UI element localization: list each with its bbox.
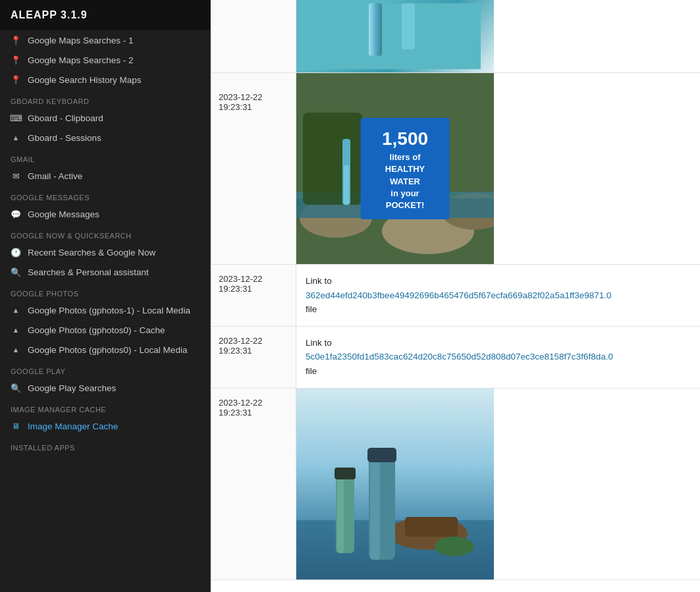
messages-label: GOOGLE MESSAGES [0, 186, 210, 204]
svg-rect-12 [344, 165, 349, 205]
svg-rect-3 [402, 3, 415, 49]
sidebar-section-installed-apps: INSTALLED APPS [0, 436, 210, 454]
row-timestamp: 2023-12-2219:23:31 [211, 389, 296, 579]
pin-icon [11, 55, 21, 65]
table-row: 2023-12-2219:23:31 Link to 5c0e1fa2350fd… [211, 327, 700, 389]
sidebar-section-messages: GOOGLE MESSAGES Google Messages [0, 186, 210, 224]
sidebar-item-gphotos0-cache[interactable]: Google Photos (gphotos0) - Cache [0, 320, 210, 340]
pin-icon [11, 35, 21, 45]
keyboard-icon [11, 113, 21, 123]
svg-rect-0 [310, 3, 481, 69]
sidebar-item-google-play-searches[interactable]: Google Play Searches [0, 378, 210, 398]
sidebar-section-google-photos: GOOGLE PHOTOS Google Photos (gphotos-1) … [0, 282, 210, 360]
sidebar-section-google-play: GOOGLE PLAY Google Play Searches [0, 360, 210, 398]
svg-rect-20 [367, 448, 396, 462]
svg-rect-10 [303, 113, 362, 205]
message-icon [11, 209, 21, 219]
row-timestamp: 2023-12-2219:23:31 [211, 73, 296, 264]
sidebar-item-gphotos0-local[interactable]: Google Photos (gphotos0) - Local Media [0, 340, 210, 360]
row-content: 1,500 liters of HEALTHY WATER in your PO… [296, 73, 700, 264]
search-icon [11, 267, 21, 277]
search-icon [11, 383, 21, 393]
healthy-water-badge: 1,500 liters of HEALTHY WATER in your PO… [361, 118, 450, 219]
image-water-filter-top [296, 0, 494, 72]
row-content: Link to 362ed44efd240b3fbee49492696b4654… [296, 265, 700, 326]
table-row: 2023-12-2219:23:31 OUTDOOR FILTER STRAW [211, 389, 700, 580]
app-title: ALEAPP 3.1.9 [0, 0, 210, 30]
svg-rect-16 [405, 517, 458, 537]
sidebar-item-gphotos1-local[interactable]: Google Photos (gphotos-1) - Local Media [0, 300, 210, 320]
sidebar-item-gboard-clipboard[interactable]: Gboard - Clipboard [0, 108, 210, 128]
row-content: OUTDOOR FILTER STRAW [296, 389, 700, 579]
sidebar: ALEAPP 3.1.9 Google Maps Searches - 1 Go… [0, 0, 211, 592]
triangle-icon [11, 325, 21, 335]
clock-icon [11, 247, 21, 257]
sidebar-section-gboard: GBOARD KEYBOARD Gboard - Clipboard Gboar… [0, 90, 210, 148]
svg-point-17 [435, 537, 474, 556]
sidebar-item-gboard-sessions[interactable]: Gboard - Sessions [0, 128, 210, 148]
row-content: Link to 5c0e1fa2350fd1d583cac624d20c8c75… [296, 327, 700, 388]
sidebar-item-recent-searches[interactable]: Recent Searches & Google Now [0, 242, 210, 262]
installed-apps-label: INSTALLED APPS [0, 436, 210, 454]
svg-rect-19 [370, 454, 380, 560]
google-photos-label: GOOGLE PHOTOS [0, 282, 210, 300]
sidebar-section-gmail: GMAIL Gmail - Active [0, 148, 210, 186]
google-now-label: GOOGLE NOW & QUICKSEARCH [0, 224, 210, 242]
gmail-label: GMAIL [0, 148, 210, 166]
sidebar-item-google-search-history-maps[interactable]: Google Search History Maps [0, 70, 210, 90]
table-row [211, 0, 700, 73]
sidebar-section-google-now: GOOGLE NOW & QUICKSEARCH Recent Searches… [0, 224, 210, 282]
main-content: 2023-12-2219:23:31 [211, 0, 700, 592]
sidebar-item-searches-personal[interactable]: Searches & Personal assistant [0, 262, 210, 282]
svg-rect-2 [369, 3, 382, 56]
row-timestamp: 2023-12-2219:23:31 [211, 265, 296, 326]
sidebar-section-maps: Google Maps Searches - 1 Google Maps Sea… [0, 30, 210, 90]
image-manager-label: IMAGE MANAGER CACHE [0, 398, 210, 416]
svg-rect-22 [337, 474, 344, 553]
triangle-icon [11, 305, 21, 315]
water-filter-svg [310, 3, 481, 69]
row-timestamp: 2023-12-2219:23:31 [211, 327, 296, 388]
google-play-label: GOOGLE PLAY [0, 360, 210, 378]
row-content [296, 0, 700, 72]
table-row: 2023-12-2219:23:31 [211, 73, 700, 265]
sidebar-section-image-manager: IMAGE MANAGER CACHE Image Manager Cache [0, 398, 210, 436]
image-outdoor-straw: OUTDOOR FILTER STRAW [296, 389, 494, 579]
sidebar-item-google-maps-2[interactable]: Google Maps Searches - 2 [0, 50, 210, 70]
sidebar-item-gmail-active[interactable]: Gmail - Active [0, 166, 210, 186]
triangle-icon [11, 132, 21, 143]
sidebar-item-google-maps-1[interactable]: Google Maps Searches - 1 [0, 30, 210, 50]
pin-icon [11, 74, 21, 85]
svg-rect-23 [335, 468, 356, 479]
row-link-text-1: Link to 362ed44efd240b3fbee49492696b4654… [296, 265, 620, 326]
sidebar-item-image-manager-cache[interactable]: Image Manager Cache [0, 416, 210, 436]
sidebar-item-google-messages[interactable]: Google Messages [0, 204, 210, 224]
gboard-label: GBOARD KEYBOARD [0, 90, 210, 108]
cache-icon [11, 421, 21, 431]
image-healthy-water: 1,500 liters of HEALTHY WATER in your PO… [296, 73, 494, 264]
table-row: 2023-12-2219:23:31 Link to 362ed44efd240… [211, 265, 700, 327]
envelope-icon [11, 171, 21, 181]
row-timestamp [211, 0, 296, 72]
triangle-icon [11, 344, 21, 355]
row-link-text-2: Link to 5c0e1fa2350fd1d583cac624d20c8c75… [296, 327, 622, 388]
outdoor-straw-scene [296, 389, 494, 579]
